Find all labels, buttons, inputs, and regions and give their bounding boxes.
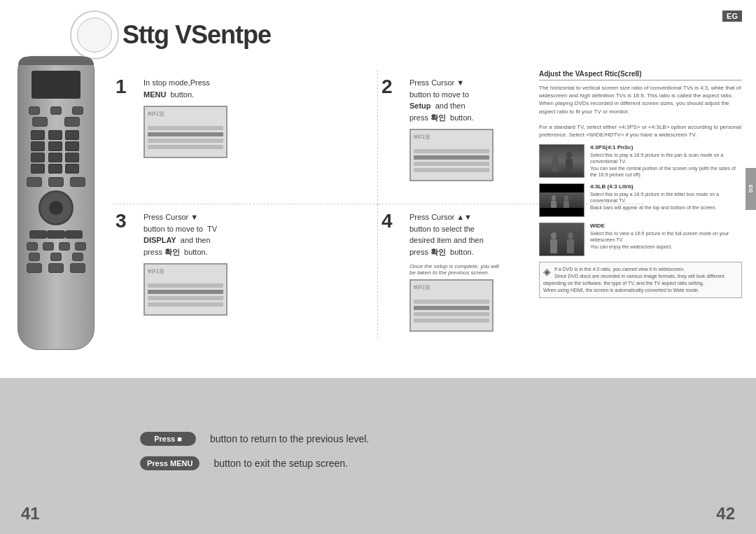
side-tab: EG: [746, 168, 756, 210]
screen-3-lines: [148, 283, 223, 309]
remote-screen: [31, 71, 80, 99]
remote-btn[interactable]: [27, 263, 42, 273]
remote-long-btn[interactable]: [47, 230, 64, 239]
step-4-screen: 비디오: [410, 279, 493, 332]
wide-text: WIDE Select this to view a 16:9 picture …: [590, 223, 742, 249]
step-4-number: 4: [382, 210, 393, 232]
aspect-thumb-letterbox: [539, 183, 584, 217]
remote-num-5[interactable]: [48, 141, 62, 151]
info-panel-desc: The horizontal to vertical screen size r…: [539, 84, 742, 139]
press-return-badge: Press ■: [140, 432, 196, 446]
step-2-screen: 비디오: [410, 129, 493, 181]
letterbox-text: 4:3LB (4:3 Lttrb) Select this to play a …: [590, 183, 742, 210]
note-box: ◈ If a DVD is in the 4:3 ratio, you cann…: [539, 262, 742, 297]
screen-line: [414, 318, 489, 323]
remote-btn[interactable]: [27, 242, 38, 251]
svg-point-8: [551, 232, 556, 239]
remote-btn[interactable]: [48, 177, 64, 187]
svg-point-10: [568, 232, 573, 239]
remote-num-8[interactable]: [48, 153, 62, 162]
logo: [70, 10, 119, 59]
remote-btn[interactable]: [59, 242, 70, 251]
letterbox-image: [540, 184, 584, 216]
remote-btn[interactable]: [27, 177, 42, 187]
step-1-content: In stop mode,Press MENU button. 비디오: [144, 77, 367, 158]
remote-long-btn[interactable]: [65, 230, 83, 239]
screen-line: [148, 145, 223, 149]
remote-btn[interactable]: [64, 117, 80, 127]
remote-num-2[interactable]: [48, 130, 62, 140]
remote-num-7[interactable]: [31, 153, 45, 162]
wide-image: [540, 223, 584, 255]
wide-label: WIDE: [590, 223, 742, 229]
page-title: Sttg VSentpe: [122, 20, 271, 50]
remote-btn[interactable]: [48, 263, 64, 273]
press-exit-desc: button to exit the setup screen.: [214, 458, 347, 469]
svg-rect-3: [566, 159, 573, 171]
remote-btn[interactable]: [29, 106, 40, 115]
svg-point-4: [552, 195, 556, 201]
remote-btn[interactable]: [75, 242, 86, 251]
remote-btn[interactable]: [50, 253, 62, 261]
wide-content: [540, 223, 584, 255]
remote-num-9[interactable]: [65, 153, 79, 162]
remote-nav-inner[interactable]: [49, 201, 63, 215]
aspect-item-panscan: 4:3PS(4:1 PnSc) Select this to play a 16…: [539, 144, 742, 178]
remote-btn[interactable]: [72, 106, 83, 115]
remote-btn[interactable]: [70, 263, 85, 273]
remote-btn[interactable]: [43, 242, 54, 251]
remote-btn[interactable]: [72, 253, 83, 261]
svg-rect-1: [552, 159, 559, 171]
screen-line: [148, 132, 223, 136]
page-num-right: 42: [716, 504, 735, 524]
screen-line: [148, 139, 223, 143]
wide-desc: Select this to view a 16:9 picture in th…: [590, 230, 742, 249]
remote-btn[interactable]: [70, 177, 85, 187]
side-tab-text: EG: [748, 185, 754, 193]
remote-btn-extra1[interactable]: [48, 164, 62, 174]
screen-1-label: 비디오: [148, 110, 164, 118]
bottom-section: Press ■ button to return to the previous…: [0, 378, 756, 534]
remote-body: [18, 56, 94, 350]
remote-num-4[interactable]: [31, 141, 45, 151]
screen-2-label: 비디오: [414, 133, 430, 141]
remote-num-0[interactable]: [31, 164, 45, 174]
eg-badge: EG: [722, 10, 742, 22]
remote-control: [18, 56, 102, 357]
svg-point-2: [566, 152, 572, 159]
remote-btn[interactable]: [29, 253, 40, 261]
screen-4-label: 비디오: [414, 283, 430, 291]
screen-line: [414, 300, 489, 304]
screen-line: [148, 296, 223, 300]
remote-long-btn[interactable]: [29, 230, 47, 239]
step-2-number: 2: [382, 76, 393, 98]
press-return-item: Press ■ button to return to the previous…: [140, 432, 616, 446]
wide-svg: [540, 223, 584, 256]
remote-num-1[interactable]: [31, 130, 45, 140]
screen-3-label: 비디오: [148, 267, 164, 275]
letterbox-svg: [540, 192, 584, 209]
page-num-left: 41: [21, 504, 40, 524]
panscan-text: 4:3PS(4:1 PnSc) Select this to play a 16…: [590, 144, 742, 177]
note-text: If a DVD is in the 4:3 ratio, you cannot…: [543, 266, 738, 293]
screen-4-lines: [414, 300, 489, 325]
remote-btn[interactable]: [50, 106, 62, 115]
letterbox-bar-top: [540, 184, 584, 192]
step-1-screen: 비디오: [144, 106, 227, 158]
remote-buttons-area: [18, 104, 94, 277]
remote-btn-extra2[interactable]: [65, 164, 79, 174]
remote-bottom-btns: [24, 229, 88, 240]
remote-nav-circle[interactable]: [38, 190, 74, 225]
remote-top-bar: [18, 57, 94, 65]
screen-line: [148, 283, 223, 288]
remote-num-6[interactable]: [65, 141, 79, 151]
logo-inner: [77, 17, 112, 52]
letterbox-label: 4:3LB (4:3 Lttrb): [590, 183, 742, 190]
remote-num-3[interactable]: [65, 130, 79, 140]
press-exit-item: Press MENU button to exit the setup scre…: [140, 456, 616, 470]
panscan-label: 4:3PS(4:1 PnSc): [590, 144, 742, 150]
note-icon: ◈: [543, 266, 551, 277]
remote-btn[interactable]: [32, 117, 48, 127]
step-1-number: 1: [115, 76, 127, 98]
panscan-desc: Select this to play a 16:9 picture in th…: [590, 152, 742, 177]
